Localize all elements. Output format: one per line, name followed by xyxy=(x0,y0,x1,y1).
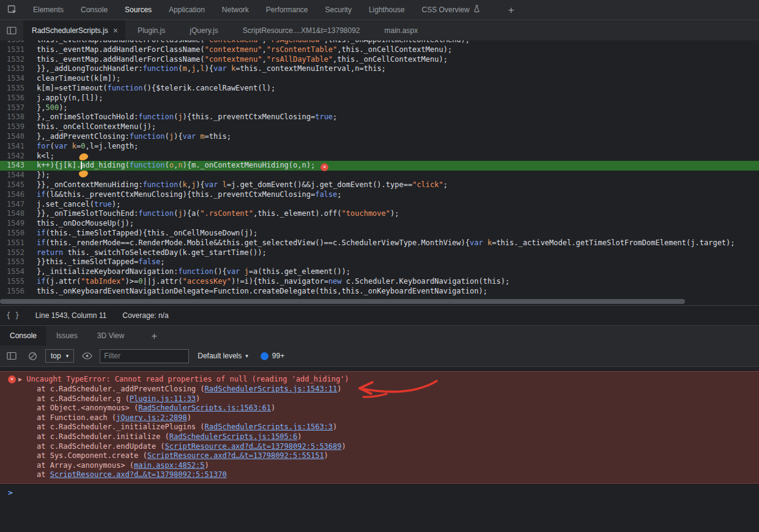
pretty-print-button[interactable]: { } xyxy=(6,311,20,320)
code-text: }},_onContextMenuHiding:function(k,j){va… xyxy=(37,180,448,190)
javascript-context-selector[interactable]: top ▾ xyxy=(45,349,74,363)
line-number[interactable]: 1545 xyxy=(0,180,24,190)
drawer-tab-console[interactable]: Console xyxy=(0,326,46,345)
code-line: 1530this._eventMap.addHandlerForClassNam… xyxy=(0,40,759,45)
code-text: for(var k=0,l=j.length; xyxy=(37,142,138,152)
stack-frame-text: at c.RadScheduler.initialize ( xyxy=(37,432,169,441)
panel-tab-label: Console xyxy=(81,6,108,14)
code-line: 1551if(this._renderMode==c.RenderMode.Mo… xyxy=(0,238,759,248)
line-number[interactable]: 1552 xyxy=(0,248,24,258)
panel-tab-security[interactable]: Security xyxy=(317,0,360,20)
console-filter-input[interactable] xyxy=(100,349,189,363)
stack-frame-link[interactable]: ScriptResource.axd?d…&t=13798092:5:53689 xyxy=(165,442,342,451)
stack-frame-link[interactable]: jQuery.js:2:2898 xyxy=(116,413,187,422)
code-line: 1541for(var k=0,l=j.length; xyxy=(0,142,759,152)
line-number[interactable]: 1553 xyxy=(0,257,24,267)
line-number[interactable]: 1546 xyxy=(0,190,24,200)
line-number[interactable]: 1536 xyxy=(0,94,24,103)
file-tab-main-aspx[interactable]: main.aspx xyxy=(372,20,431,40)
drawer-tab-issues[interactable]: Issues xyxy=(46,326,87,345)
error-message: ▶Uncaught TypeError: Cannot read propert… xyxy=(18,374,759,385)
stack-frame-link[interactable]: ScriptResource.axd?d…&t=13798092:5:51370 xyxy=(50,470,227,479)
line-number[interactable]: 1535 xyxy=(0,84,24,94)
stack-frame-text: ) xyxy=(205,461,209,470)
line-number[interactable]: 1530 xyxy=(0,40,24,45)
create-live-expression-button[interactable] xyxy=(79,349,95,363)
inspect-element-button[interactable] xyxy=(0,0,24,20)
messages-count: 99+ xyxy=(272,352,284,360)
file-tab-scriptresource-xm1-t-13798092[interactable]: ScriptResource....XM1&t=13798092 xyxy=(231,20,372,40)
line-number[interactable]: 1556 xyxy=(0,287,24,297)
panel-tab-console[interactable]: Console xyxy=(72,0,116,20)
code-line: 1552return this._switchToSelectedDay(k.g… xyxy=(0,248,759,258)
line-number[interactable]: 1532 xyxy=(0,55,24,65)
line-number[interactable]: 1544 xyxy=(0,171,24,180)
close-tab-icon[interactable]: × xyxy=(113,26,118,35)
console-sidebar-toggle[interactable] xyxy=(4,349,20,363)
panel-tab-elements[interactable]: Elements xyxy=(24,0,72,20)
file-tab-jquery-js[interactable]: jQuery.js xyxy=(177,20,230,40)
clear-console-button[interactable] xyxy=(24,349,40,363)
scrollbar-thumb[interactable] xyxy=(0,299,685,304)
code-line: 1539this._onCellContextMenu(j); xyxy=(0,122,759,132)
line-number[interactable]: 1542 xyxy=(0,152,24,161)
line-number[interactable]: 1533 xyxy=(0,64,24,74)
stack-frame: at c.RadScheduler.g (Plugin.js:11:33) xyxy=(18,394,759,404)
panel-tab-performance[interactable]: Performance xyxy=(257,0,317,20)
stack-frame-link[interactable]: ScriptResource.axd?d…&t=13798092:5:55151 xyxy=(147,451,324,460)
source-editor[interactable]: 1530this._eventMap.addHandlerForClassNam… xyxy=(0,40,759,305)
line-number[interactable]: 1550 xyxy=(0,229,24,238)
code-line: 1545}},_onContextMenuHiding:function(k,j… xyxy=(0,180,759,190)
panel-tab-lighthouse[interactable]: Lighthouse xyxy=(360,0,413,20)
code-text: this._onCellContextMenu(j); xyxy=(37,122,156,132)
line-number[interactable]: 1537 xyxy=(0,103,24,113)
panel-tab-network[interactable]: Network xyxy=(213,0,257,20)
stack-frame-link[interactable]: RadSchedulerScripts.js:1543:11 xyxy=(205,385,338,393)
stack-frame-link[interactable]: Plugin.js:11:33 xyxy=(130,394,196,403)
line-number[interactable]: 1549 xyxy=(0,219,24,229)
line-number[interactable]: 1555 xyxy=(0,277,24,287)
panel-tab-sources[interactable]: Sources xyxy=(116,0,160,20)
stack-frame-link[interactable]: RadSchedulerScripts.js:1563:61 xyxy=(138,404,271,412)
drawer-tab-bar: ConsoleIssues3D View + xyxy=(0,325,759,345)
console-sidebar-icon xyxy=(7,352,17,360)
file-tab-radschedulerscripts-js[interactable]: RadSchedulerScripts.js× xyxy=(23,20,125,40)
file-tab-plugin-js[interactable]: Plugin.js xyxy=(125,20,177,40)
code-text: k[m]=setTimeout(function(){$telerik.canc… xyxy=(37,84,275,94)
code-line: 1556this._onKeyboardEventNavigationDeleg… xyxy=(0,287,759,297)
expand-triangle-icon[interactable]: ▶ xyxy=(18,375,22,385)
line-number[interactable]: 1554 xyxy=(0,267,24,277)
code-line: 1535k[m]=setTimeout(function(){$telerik.… xyxy=(0,84,759,94)
line-number[interactable]: 1543 xyxy=(0,161,24,171)
line-number[interactable]: 1547 xyxy=(0,200,24,210)
stack-frame-link[interactable]: main.aspx:4852:5 xyxy=(134,461,205,470)
console-prompt[interactable]: > xyxy=(0,488,759,498)
line-number[interactable]: 1534 xyxy=(0,74,24,84)
stack-frame-link[interactable]: RadSchedulerScripts.js:1505:6 xyxy=(169,432,298,441)
horizontal-scrollbar[interactable] xyxy=(0,298,759,305)
navigator-toggle-button[interactable] xyxy=(0,20,23,40)
code-line: 1546if(l&&this._preventCtxMenuClosing){t… xyxy=(0,190,759,200)
drawer-tab-3d-view[interactable]: 3D View xyxy=(87,326,134,345)
panel-tab-css-overview[interactable]: CSS Overview xyxy=(413,0,489,20)
line-number[interactable]: 1540 xyxy=(0,132,24,142)
stack-frame: at c.RadScheduler._addPreventClosing (Ra… xyxy=(18,385,759,394)
panel-tab-application[interactable]: Application xyxy=(160,0,213,20)
line-number[interactable]: 1548 xyxy=(0,209,24,219)
code-text: },_initializeKeyboardNavigation:function… xyxy=(37,267,350,277)
more-drawer-tools-button[interactable]: + xyxy=(145,331,163,341)
panel-tab-label: Elements xyxy=(33,6,64,14)
stack-frame-link[interactable]: RadSchedulerScripts.js:1563:3 xyxy=(205,423,333,431)
editor-status-bar: { } Line 1543, Column 11 Coverage: n/a xyxy=(0,305,759,325)
inline-error-badge-icon[interactable]: × xyxy=(320,163,328,171)
line-number[interactable]: 1539 xyxy=(0,122,24,132)
line-number[interactable]: 1531 xyxy=(0,45,24,55)
line-number[interactable]: 1541 xyxy=(0,142,24,152)
more-tabs-button[interactable]: + xyxy=(502,5,520,15)
line-number[interactable]: 1551 xyxy=(0,238,24,248)
stack-frame-text: at Function.each ( xyxy=(37,413,116,422)
messages-count-badge[interactable]: 99+ xyxy=(261,352,284,360)
line-number[interactable]: 1538 xyxy=(0,113,24,122)
log-levels-dropdown[interactable]: Default levels ▾ xyxy=(198,352,248,360)
blue-dot-icon xyxy=(261,352,268,360)
